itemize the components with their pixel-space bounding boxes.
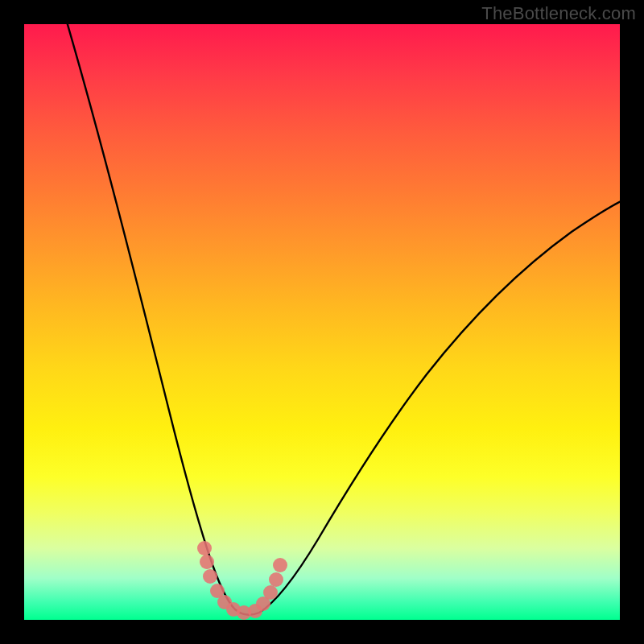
chart-plot-area bbox=[24, 24, 620, 620]
svg-point-1 bbox=[200, 555, 214, 569]
svg-point-9 bbox=[263, 585, 278, 600]
chart-svg bbox=[24, 24, 620, 620]
svg-point-2 bbox=[203, 569, 217, 584]
svg-point-0 bbox=[197, 541, 212, 555]
bottleneck-curve bbox=[63, 24, 620, 615]
bottom-marker-cluster bbox=[197, 541, 287, 620]
watermark-text: TheBottleneck.com bbox=[481, 3, 636, 24]
svg-point-10 bbox=[269, 572, 283, 587]
svg-point-11 bbox=[273, 558, 287, 572]
